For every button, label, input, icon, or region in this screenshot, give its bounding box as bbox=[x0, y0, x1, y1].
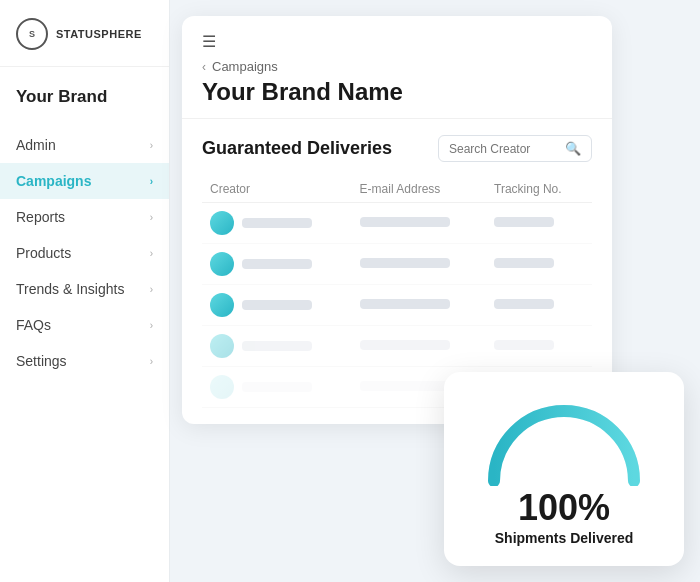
creator-name bbox=[242, 300, 312, 310]
nav-label-admin: Admin bbox=[16, 137, 56, 153]
main-panel: ☰ ‹ Campaigns Your Brand Name Guaranteed… bbox=[182, 16, 612, 424]
nav-label-settings: Settings bbox=[16, 353, 67, 369]
app-name: STATUSPHERE bbox=[56, 28, 142, 40]
avatar bbox=[210, 334, 234, 358]
nav-label-reports: Reports bbox=[16, 209, 65, 225]
creator-cell bbox=[210, 211, 344, 235]
nav-label-trends: Trends & Insights bbox=[16, 281, 124, 297]
avatar bbox=[210, 252, 234, 276]
gauge-card: 100% Shipments Delivered bbox=[444, 372, 684, 566]
chevron-icon-products: › bbox=[150, 248, 153, 259]
sidebar-item-reports[interactable]: Reports › bbox=[0, 199, 169, 235]
table-toolbar: Guaranteed Deliveries 🔍 bbox=[202, 135, 592, 162]
search-box[interactable]: 🔍 bbox=[438, 135, 592, 162]
col-creator: Creator bbox=[202, 176, 352, 203]
col-email: E-mail Address bbox=[352, 176, 486, 203]
nav-label-campaigns: Campaigns bbox=[16, 173, 91, 189]
logo-abbr: S bbox=[29, 29, 35, 39]
chevron-icon-campaigns: › bbox=[150, 176, 153, 187]
avatar bbox=[210, 211, 234, 235]
tracking-value bbox=[494, 217, 554, 227]
brand-section: Your Brand bbox=[0, 67, 169, 115]
chevron-icon-admin: › bbox=[150, 140, 153, 151]
creator-cell bbox=[210, 334, 344, 358]
nav-list: Admin › Campaigns › Reports › Products ›… bbox=[0, 127, 169, 582]
creator-name bbox=[242, 259, 312, 269]
brand-title: Your Brand bbox=[16, 87, 153, 107]
tracking-value bbox=[494, 258, 554, 268]
avatar bbox=[210, 293, 234, 317]
sidebar-item-admin[interactable]: Admin › bbox=[0, 127, 169, 163]
sidebar-item-campaigns[interactable]: Campaigns › bbox=[0, 163, 169, 199]
sidebar-item-products[interactable]: Products › bbox=[0, 235, 169, 271]
gauge-label: Shipments Delivered bbox=[495, 530, 634, 546]
tracking-value bbox=[494, 340, 554, 350]
creator-cell bbox=[210, 375, 344, 399]
creator-name bbox=[242, 218, 312, 228]
page-title: Your Brand Name bbox=[202, 78, 592, 106]
creator-cell bbox=[210, 293, 344, 317]
table-row[interactable] bbox=[202, 285, 592, 326]
section-title: Guaranteed Deliveries bbox=[202, 138, 392, 159]
gauge-percent: 100% bbox=[518, 490, 610, 526]
creator-cell bbox=[210, 252, 344, 276]
nav-label-faqs: FAQs bbox=[16, 317, 51, 333]
chevron-icon-trends: › bbox=[150, 284, 153, 295]
main-content: ☰ ‹ Campaigns Your Brand Name Guaranteed… bbox=[170, 0, 700, 582]
sidebar-item-settings[interactable]: Settings › bbox=[0, 343, 169, 379]
email-value bbox=[360, 381, 450, 391]
logo-icon: S bbox=[16, 18, 48, 50]
email-value bbox=[360, 340, 450, 350]
search-input[interactable] bbox=[449, 142, 559, 156]
chevron-icon-faqs: › bbox=[150, 320, 153, 331]
nav-label-products: Products bbox=[16, 245, 71, 261]
back-arrow-icon: ‹ bbox=[202, 60, 206, 74]
email-value bbox=[360, 217, 450, 227]
avatar bbox=[210, 375, 234, 399]
table-row[interactable] bbox=[202, 244, 592, 285]
breadcrumb-text: Campaigns bbox=[212, 59, 278, 74]
search-icon: 🔍 bbox=[565, 141, 581, 156]
col-tracking: Tracking No. bbox=[486, 176, 592, 203]
sidebar-item-faqs[interactable]: FAQs › bbox=[0, 307, 169, 343]
gauge-container bbox=[484, 396, 644, 486]
email-value bbox=[360, 299, 450, 309]
logo-area: S STATUSPHERE bbox=[0, 0, 169, 67]
tracking-value bbox=[494, 299, 554, 309]
sidebar: S STATUSPHERE Your Brand Admin › Campaig… bbox=[0, 0, 170, 582]
chevron-icon-settings: › bbox=[150, 356, 153, 367]
creator-name bbox=[242, 382, 312, 392]
gauge-chart bbox=[484, 396, 644, 486]
breadcrumb: ‹ Campaigns bbox=[202, 59, 592, 74]
creator-name bbox=[242, 341, 312, 351]
table-row[interactable] bbox=[202, 326, 592, 367]
sidebar-item-trends[interactable]: Trends & Insights › bbox=[0, 271, 169, 307]
chevron-icon-reports: › bbox=[150, 212, 153, 223]
table-row[interactable] bbox=[202, 203, 592, 244]
email-value bbox=[360, 258, 450, 268]
hamburger-icon[interactable]: ☰ bbox=[202, 32, 592, 51]
panel-header: ☰ ‹ Campaigns Your Brand Name bbox=[182, 16, 612, 119]
